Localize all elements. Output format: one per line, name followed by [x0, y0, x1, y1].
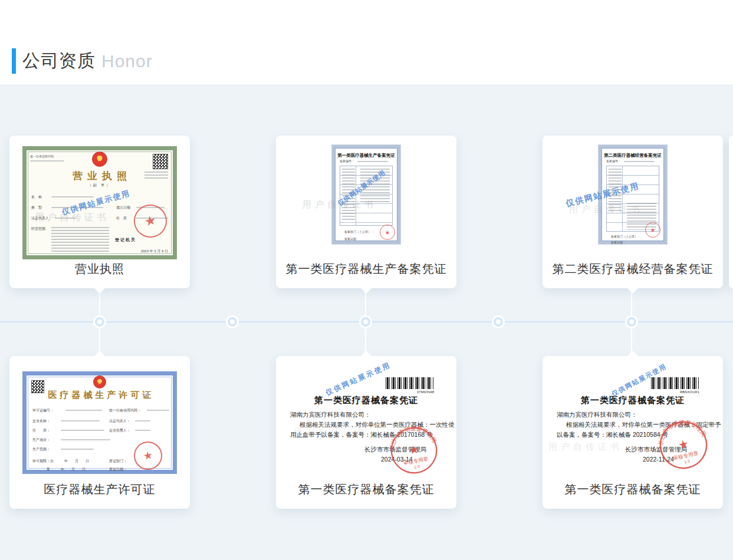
card-caption: 第二类医疗器械经营备案凭证: [543, 261, 723, 277]
card-caption: 营业执照: [9, 261, 190, 277]
timeline-node: [361, 317, 370, 327]
cert-title: 第二类医疗器械经营备案凭证: [601, 153, 664, 159]
doc-title: 第一类医疗器械备案凭证: [276, 395, 456, 406]
red-seal: 长沙市市场监督管理局 ★ 审核专用章 1-3: [653, 415, 714, 475]
certificate-card-operation-filing[interactable]: 第二类医疗器械经营备案凭证 备案编号： 备案部门（上公章）： 备案日期： ★ 仅…: [543, 136, 723, 288]
barcode: [651, 377, 699, 389]
watermark-user-upload: 用户自传证书: [548, 442, 623, 453]
issue-date-label: 发证日期：: [109, 467, 127, 471]
timeline-node: [627, 317, 636, 327]
qr-code: [153, 154, 168, 169]
field-label: 生产地址：: [32, 438, 50, 442]
svg-text:★: ★: [408, 443, 420, 457]
red-seal: 长沙市市场监督管理局 ★ 审核专用章 1-3: [385, 421, 442, 479]
business-license-image: ★ 统一社会信用代码 营业执照 （副 本） 名 称 类 型 法定代表人 经营范围…: [22, 146, 177, 259]
svg-text:★: ★: [677, 437, 690, 452]
doc-body-line2: 以备案，备案号：湘长械备 20210584 号: [557, 431, 668, 439]
card-caption: 第一类医疗器械备案凭证: [543, 482, 723, 498]
national-emblem-icon: ★: [93, 375, 106, 388]
card-caption: 第一类医疗器械生产备案凭证: [276, 261, 456, 277]
filing-no-label: 备案编号：: [340, 160, 354, 163]
field-label: 住 所: [116, 216, 127, 220]
red-seal: ★: [380, 225, 395, 240]
filing-date-label: 备案日期：: [344, 238, 359, 241]
field-label: 成立日期: [116, 206, 130, 209]
field-label: 法定代表人: [31, 216, 49, 220]
doc-company: 湖南力宾医疗科技有限公司：: [290, 411, 371, 419]
card-caption: 第一类医疗器械备案凭证: [276, 482, 456, 498]
barcode: [386, 377, 434, 389]
certificate-card-device-filing-2[interactable]: RBSXOCR1 第一类医疗器械备案凭证 湖南力宾医疗科技有限公司： 根据相关法…: [543, 356, 723, 509]
pointer-up-icon: [361, 351, 372, 356]
pointer-down-icon: [94, 288, 105, 294]
filing-dept-label: 备案部门（上公章）：: [344, 230, 374, 233]
license-copy-label: （副 本）: [27, 183, 173, 187]
barcode-text: 07MION48: [386, 390, 434, 394]
card-caption: 医疗器械生产许可证: [9, 482, 190, 498]
field-label: 住 所：: [32, 429, 50, 432]
field-label: 企业负责人：: [109, 429, 130, 432]
pointer-down-icon: [627, 288, 638, 294]
certificate-card-production-license[interactable]: ★ 医疗器械生产许可证 许可证编号： 企业名称： 住 所： 生产地址： 生产范围…: [9, 356, 190, 509]
doc-company: 湖南力宾医疗科技有限公司：: [557, 411, 637, 419]
certificate-image: 第二类医疗器械经营备案凭证 备案编号： 备案部门（上公章）： 备案日期： ★: [599, 145, 667, 244]
next-card-peek[interactable]: [729, 136, 733, 288]
red-seal: ★: [645, 222, 660, 238]
page-title: 公司资质: [22, 49, 96, 73]
production-license-image: ★ 医疗器械生产许可证 许可证编号： 企业名称： 住 所： 生产地址： 生产范围…: [22, 371, 177, 474]
red-seal: ★: [132, 439, 165, 472]
cert-table: [340, 166, 393, 226]
pointer-down-icon: [361, 288, 372, 294]
issue-dept-label: 发证部门：: [109, 459, 127, 463]
watermark-display-only: 仅供网站展示使用: [61, 188, 132, 218]
field-label: 名 称: [31, 195, 42, 199]
timeline-node: [494, 317, 503, 327]
cert-title: 第一类医疗器械生产备案凭证: [335, 153, 397, 159]
watermark-display-only: 仅供网站展示使用: [324, 360, 393, 398]
field-label: 类 型: [31, 206, 42, 209]
filing-date-label: 备案日期：: [611, 241, 626, 244]
credit-code-label: 统一社会信用代码: [30, 155, 54, 158]
pointer-up-icon: [627, 351, 638, 356]
field-label: 企业名称：: [32, 419, 50, 423]
certificate-image: 第一类医疗器械生产备案凭证 备案编号： 备案部门（上公章）： 备案日期： ★ 仅…: [332, 145, 400, 244]
filing-no-label: 备案编号：: [606, 160, 621, 163]
page-subtitle: Honor: [101, 51, 153, 71]
field-label: 法定代表人：: [109, 419, 130, 423]
license-title: 医疗器械生产许可证: [27, 390, 173, 401]
doc-title: 第一类医疗器械备案凭证: [543, 395, 723, 406]
license-title: 营业执照: [27, 169, 173, 183]
honor-section: 公司资质 Honor ★ 统一社会信用代码 营业执照 （副 本） 名 称 类 型…: [0, 0, 733, 560]
field-label: 统一社会信用代码：: [109, 409, 141, 412]
certificate-card-business-license[interactable]: ★ 统一社会信用代码 营业执照 （副 本） 名 称 类 型 法定代表人 经营范围…: [9, 136, 190, 288]
svg-text:1-3: 1-3: [683, 459, 690, 465]
accent-bar: [12, 48, 16, 74]
certificate-card-device-filing-1[interactable]: 07MION48 第一类医疗器械备案凭证 湖南力宾医疗科技有限公司： 根据相关法…: [276, 356, 456, 509]
term-to-label: 至 年 月 日: [47, 467, 86, 471]
field-label: 许可证编号：: [32, 409, 54, 412]
national-emblem-icon: ★: [92, 151, 107, 167]
barcode-text: RBSXOCR1: [651, 390, 699, 394]
timeline-node: [95, 317, 104, 327]
field-label: 经营范围: [31, 227, 45, 230]
registrar-label: 登记机关: [115, 238, 136, 242]
issue-date: 2023 年 3 月 9 日: [141, 249, 168, 253]
term-from-label: 许可期限：自 年 月 日: [32, 459, 89, 463]
pointer-up-icon: [94, 351, 105, 356]
timeline-node: [228, 317, 237, 327]
section-header: 公司资质 Honor: [0, 0, 733, 84]
section-title-wrap: 公司资质 Honor: [12, 48, 153, 74]
certificate-card-production-filing[interactable]: 第一类医疗器械生产备案凭证 备案编号： 备案部门（上公章）： 备案日期： ★ 仅…: [276, 136, 456, 288]
filing-dept-label: 备案部门（上公章）：: [611, 235, 640, 238]
field-label: 生产范围：: [32, 447, 50, 451]
svg-text:1-3: 1-3: [414, 464, 420, 469]
